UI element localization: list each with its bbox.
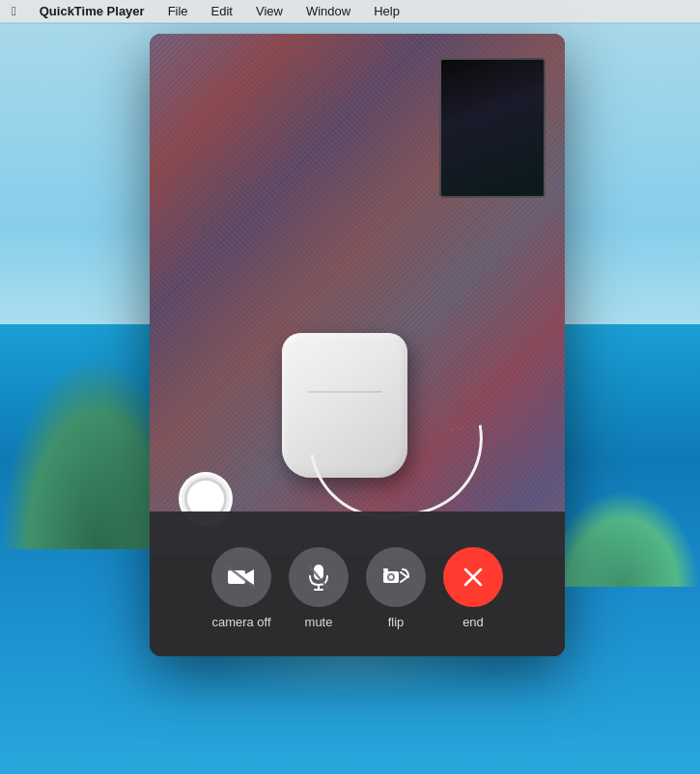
video-main bbox=[150, 34, 565, 555]
mute-circle bbox=[289, 547, 349, 607]
svg-point-9 bbox=[389, 575, 393, 579]
controls-bar: camera off mute bbox=[150, 511, 565, 656]
controls-row: camera off mute bbox=[211, 547, 503, 629]
facetime-window: camera off mute bbox=[150, 34, 565, 656]
menubar:  QuickTime Player File Edit View Window… bbox=[0, 0, 700, 23]
mute-icon bbox=[307, 564, 330, 591]
window-menu[interactable]: Window bbox=[302, 2, 354, 20]
flip-icon bbox=[381, 565, 410, 590]
end-label: end bbox=[462, 615, 484, 629]
svg-rect-10 bbox=[383, 568, 388, 571]
mute-label: mute bbox=[305, 615, 333, 629]
flip-circle bbox=[366, 547, 426, 607]
edit-menu[interactable]: Edit bbox=[208, 2, 237, 20]
app-name-menu[interactable]: QuickTime Player bbox=[36, 2, 149, 20]
flip-button[interactable]: flip bbox=[366, 547, 426, 629]
camera-off-label: camera off bbox=[211, 615, 270, 629]
end-call-circle bbox=[443, 547, 503, 607]
end-call-icon bbox=[462, 566, 485, 589]
flip-label: flip bbox=[388, 615, 405, 629]
file-menu[interactable]: File bbox=[164, 2, 192, 20]
end-call-button[interactable]: end bbox=[443, 547, 503, 629]
mute-button[interactable]: mute bbox=[289, 547, 349, 629]
apple-menu[interactable]:  bbox=[8, 2, 20, 20]
camera-off-button[interactable]: camera off bbox=[211, 547, 271, 629]
camera-off-icon bbox=[227, 566, 256, 589]
island-right bbox=[546, 490, 700, 587]
view-menu[interactable]: View bbox=[252, 2, 287, 20]
pip-thumbnail[interactable] bbox=[439, 58, 546, 198]
camera-off-circle bbox=[211, 547, 271, 607]
help-menu[interactable]: Help bbox=[370, 2, 404, 20]
